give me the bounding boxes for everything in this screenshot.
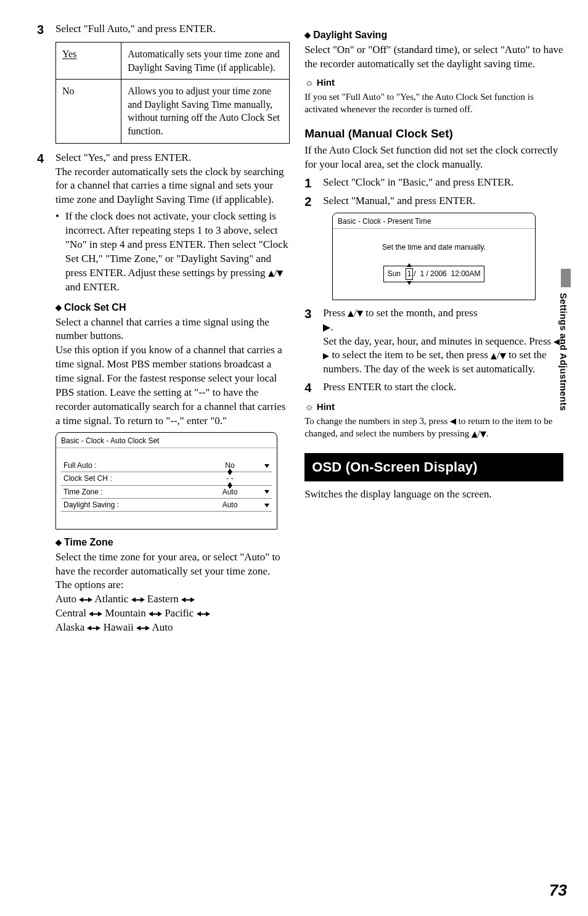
double-arrow-icon [87, 625, 100, 631]
osd-row-label: Time Zone : [63, 487, 199, 497]
cell-no-desc: Allows you to adjust your time zone and … [121, 80, 290, 143]
double-arrow-icon [79, 597, 92, 603]
chevron-down-icon [261, 461, 269, 470]
chevron-up-icon [407, 263, 412, 267]
clock-field: Sun 1 / 1 / 2006 12:00AM [383, 266, 485, 282]
step-text: Press ENTER to start the clock. [323, 380, 563, 395]
double-arrow-icon [131, 597, 145, 603]
time-zone-options-label: The options are: [55, 578, 290, 592]
hint-heading: Hint [317, 401, 335, 413]
left-arrow-icon [450, 419, 456, 425]
daylight-saving-body: Select "On" or "Off" (standard time), or… [304, 43, 563, 72]
page-number: 73 [549, 880, 567, 901]
chevron-up-icon [227, 468, 232, 472]
osd-title: Basic - Clock - Auto Clock Set [56, 433, 277, 448]
step-number: 4 [37, 151, 49, 166]
double-arrow-icon [149, 611, 162, 617]
hint-heading: Hint [317, 76, 335, 89]
chevron-down-icon [407, 281, 412, 285]
step4-bullet: If the clock does not activate, your clo… [65, 210, 290, 295]
hint-bulb-icon: ☼ [304, 76, 314, 89]
step4-rest: The recorder automatically sets the cloc… [55, 165, 290, 208]
hint-bulb-icon: ☼ [304, 400, 314, 414]
step-text: Select "Full Auto," and press ENTER. [55, 22, 290, 36]
step-text: Select "Yes," and press ENTER. The recor… [55, 151, 290, 295]
clock-set-ch-body1: Select a channel that carries a time sig… [55, 316, 290, 344]
time-zone-body: Select the time zone for your area, or s… [55, 550, 290, 579]
osd-row-label: Full Auto : [63, 460, 199, 470]
manual-clock-heading: Manual (Manual Clock Set) [304, 126, 563, 142]
double-arrow-icon [181, 597, 195, 603]
side-tab-bar [561, 269, 571, 287]
osd-row-label: Daylight Saving : [63, 500, 199, 510]
step-number: 2 [304, 194, 317, 209]
double-arrow-icon [136, 625, 150, 631]
up-arrow-icon [491, 353, 497, 359]
diamond-icon: ◆ [304, 30, 311, 41]
osd-auto-clock-set: Basic - Clock - Auto Clock Set Full Auto… [55, 432, 277, 530]
up-arrow-icon [268, 271, 274, 277]
osd-row-label: Clock Set CH : [63, 473, 199, 483]
yes-no-table: Yes Automatically sets your time zone an… [55, 42, 290, 144]
up-arrow-icon [472, 431, 478, 438]
chevron-up-icon [227, 482, 232, 486]
double-arrow-icon [197, 611, 210, 617]
manual-intro: If the Auto Clock Set function did not s… [304, 144, 563, 172]
double-arrow-icon [89, 611, 102, 617]
step-text: Select "Manual," and press ENTER. [323, 194, 563, 208]
step-number: 3 [304, 306, 317, 321]
osd-title: Basic - Clock - Present Time [333, 213, 535, 229]
hint-body: If you set "Full Auto" to "Yes," the Aut… [304, 91, 563, 116]
bullet-icon: • [55, 210, 62, 295]
step-number: 1 [304, 176, 317, 190]
step-text: Press / to set the month, and press . Se… [323, 306, 563, 377]
side-tab-label: Settings and Adjustments [557, 293, 570, 411]
step4-line1: Select "Yes," and press ENTER. [55, 151, 290, 165]
daylight-saving-heading: Daylight Saving [313, 28, 387, 42]
time-zone-heading: Time Zone [64, 536, 113, 549]
down-arrow-icon [480, 431, 486, 438]
time-zone-sequence: Auto Atlantic Eastern Central Mountain P… [55, 592, 290, 635]
hint-body: To change the numbers in step 3, press t… [304, 415, 563, 440]
down-arrow-icon [500, 353, 506, 359]
osd-section-body: Switches the display language on the scr… [304, 488, 563, 502]
right-arrow-icon [323, 353, 329, 359]
osd-row-value: Auto [199, 500, 261, 510]
right-column: ◆Daylight Saving Select "On" or "Off" (s… [304, 22, 563, 635]
step-number: 4 [304, 380, 317, 395]
osd-message: Set the time and date manually. [333, 229, 535, 266]
down-arrow-icon [277, 271, 283, 277]
diamond-icon: ◆ [55, 537, 62, 548]
step-text: Select "Clock" in "Basic," and press ENT… [323, 176, 563, 190]
cell-yes-desc: Automatically sets your time zone and Da… [121, 43, 290, 80]
chevron-down-icon [261, 487, 269, 496]
left-column: 3 Select "Full Auto," and press ENTER. Y… [37, 22, 290, 635]
up-arrow-icon [348, 311, 354, 317]
cell-yes: Yes [62, 49, 76, 59]
clock-set-ch-heading: Clock Set CH [64, 301, 126, 314]
chevron-down-icon [261, 500, 269, 509]
osd-section-heading: OSD (On-Screen Display) [304, 453, 563, 481]
diamond-icon: ◆ [55, 302, 62, 313]
down-arrow-icon [357, 311, 363, 317]
osd-present-time: Basic - Clock - Present Time Set the tim… [332, 213, 536, 300]
step-number: 3 [37, 22, 49, 37]
cell-no: No [56, 80, 121, 143]
osd-row-value: Auto [223, 488, 238, 496]
right-arrow-icon [323, 324, 330, 332]
clock-set-ch-body2: Use this option if you know of a channel… [55, 343, 290, 428]
